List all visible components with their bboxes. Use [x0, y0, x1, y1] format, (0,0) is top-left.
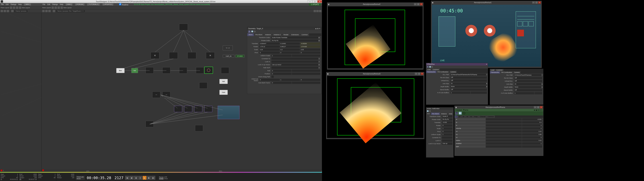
help-icon[interactable]: ? — [455, 112, 458, 115]
translate-y[interactable] — [280, 42, 300, 45]
menu-help[interactable]: Help — [18, 4, 22, 5]
goto-start-button[interactable]: |◀ — [125, 176, 129, 180]
channel-value-field[interactable] — [522, 130, 542, 132]
layout-icon-c4[interactable] — [60, 6, 63, 9]
cplusplus-panel-1[interactable]: CPlusPlus✕ ? 🔤 ⓘ Load Common Flameworks … — [426, 63, 488, 105]
layout-icon-2[interactable] — [13, 6, 15, 9]
node-op-3[interactable] — [188, 52, 196, 59]
step-fwd-button[interactable]: |▶ — [147, 176, 151, 180]
goto-end-button[interactable]: ▶| — [151, 176, 155, 180]
channel-value-field[interactable] — [522, 127, 542, 130]
node-op-2[interactable] — [169, 52, 178, 59]
once-button[interactable]: Once — [164, 178, 168, 180]
close-icon[interactable]: ✕ — [540, 106, 542, 108]
nav-up-icon-2[interactable] — [48, 10, 51, 12]
channel-name-field[interactable] — [455, 133, 486, 136]
dropdown-icon[interactable]: ▾ — [319, 64, 321, 66]
channel-slider[interactable] — [486, 118, 522, 120]
node-in[interactable] — [179, 24, 188, 30]
pane-tool-2[interactable] — [316, 10, 319, 12]
nav-up-icon[interactable] — [7, 10, 9, 12]
layout-icon-c2[interactable] — [54, 6, 57, 9]
layout-icon-1[interactable] — [10, 6, 12, 9]
node-b5[interactable] — [146, 121, 154, 127]
dropdown-icon[interactable]: ▾ — [319, 40, 321, 42]
channel-name-field[interactable] — [455, 127, 486, 130]
colorbuf-slider[interactable] — [471, 92, 487, 94]
play-button[interactable]: ▶ — [142, 176, 146, 180]
depth-field[interactable]: None — [450, 86, 486, 88]
plus-icon[interactable]: + — [319, 61, 321, 63]
path-field-center[interactable]: / heros / process / fire / TargetRoom / … — [56, 10, 85, 12]
minimize-button[interactable]: — — [308, 0, 312, 3]
menu-help-2[interactable]: Help — [60, 4, 64, 5]
plus-icon[interactable]: + — [319, 58, 321, 60]
rotate-x[interactable] — [259, 46, 280, 48]
channel-slider[interactable] — [486, 130, 522, 132]
ruler-center[interactable]: 1001 3001 4000 — [42, 169, 322, 172]
max-icon[interactable]: ▢ — [537, 106, 540, 108]
forum-button[interactable]: [ FORUM ] — [75, 3, 85, 6]
fparms-tab-60[interactable]: 60 — [469, 116, 473, 118]
node-r4-1[interactable] — [199, 82, 207, 89]
menu-edit-2[interactable]: Edit — [47, 4, 50, 5]
node-r3-4[interactable] — [196, 67, 204, 74]
channel-name-field[interactable] — [455, 142, 486, 145]
node-b3[interactable] — [194, 106, 202, 112]
menu-file[interactable]: File — [1, 4, 4, 5]
nav-back-icon-2[interactable] — [42, 10, 44, 12]
layout-icon-c3[interactable] — [58, 6, 60, 9]
position-slider[interactable] — [292, 72, 320, 75]
close-icon[interactable]: ✕ — [486, 63, 487, 65]
node-r3-2[interactable] — [162, 67, 170, 74]
dll-path-field[interactable] — [450, 74, 486, 76]
channel-value-field[interactable] — [522, 124, 542, 126]
look-at-up-field[interactable] — [271, 64, 318, 66]
nav-fwd-icon[interactable] — [4, 10, 6, 12]
node-selected-target[interactable] — [204, 67, 213, 74]
constrain-to-field[interactable] — [271, 58, 318, 60]
menu-dialogs[interactable]: Dialogs — [10, 4, 16, 5]
info-icon[interactable]: ⓘ — [429, 110, 431, 112]
dropdown-icon[interactable]: ▾ — [486, 83, 487, 84]
channel-slider[interactable] — [486, 124, 522, 126]
play-back-button[interactable]: ◀ — [134, 176, 138, 180]
home-icon-2[interactable] — [53, 10, 55, 12]
channel-value-field[interactable] — [522, 139, 542, 142]
dll-path-field-2[interactable] — [514, 74, 541, 76]
plus-icon[interactable]: + — [486, 74, 487, 76]
viewer-out3[interactable]: ▣ /heros/process/fire/out3 —▢✕ — [326, 72, 424, 139]
info-icon[interactable]: ⓘ — [254, 30, 256, 33]
tab-camera[interactable]: Camera — [450, 71, 457, 73]
node-nul-2[interactable]: Nul — [219, 79, 228, 84]
unload-toggle[interactable]: Off — [450, 80, 487, 82]
menu-edit[interactable]: Edit — [6, 4, 8, 5]
node-b2[interactable] — [184, 106, 192, 112]
uniform-scale-slider[interactable] — [292, 54, 320, 57]
min-icon[interactable]: — — [534, 106, 536, 108]
colorbuf-field[interactable] — [450, 92, 470, 94]
roll-field[interactable] — [271, 70, 292, 72]
channel-name-field[interactable] — [455, 124, 486, 126]
tab-instance2[interactable]: Instance 2 — [272, 33, 282, 36]
translate-z[interactable] — [300, 42, 320, 45]
close-button[interactable]: ✕ — [317, 0, 322, 3]
node-r5-1[interactable]: — — [152, 92, 160, 98]
loop-button[interactable]: Loop — [159, 178, 164, 180]
tab-combustion-2[interactable]: FW Combustion — [500, 71, 513, 74]
channel-value-field[interactable] — [522, 133, 542, 136]
scale-x[interactable] — [259, 48, 280, 51]
help-icon[interactable]: ? — [248, 30, 250, 33]
plus-icon[interactable]: + — [542, 74, 542, 76]
channel-slider[interactable] — [486, 121, 522, 124]
info-icon[interactable]: ⓘ — [463, 112, 466, 115]
orient-along-toggle[interactable] — [271, 76, 274, 78]
update-indicator[interactable]: 1 UPDATE — [309, 3, 321, 6]
timecode-display[interactable]: 00:00:35.28 — [85, 176, 113, 180]
tab-prexform-be[interactable]: Pre-Xform — [431, 112, 440, 115]
node-b1[interactable] — [174, 106, 182, 112]
stencil-toggle[interactable]: Off — [450, 88, 487, 91]
cplusplus-panel-2[interactable]: Load Common Flameworks FW Combustion Cam… — [490, 69, 544, 105]
info-icon[interactable]: ⓘ — [431, 66, 433, 68]
channel-value-field[interactable] — [522, 118, 542, 120]
